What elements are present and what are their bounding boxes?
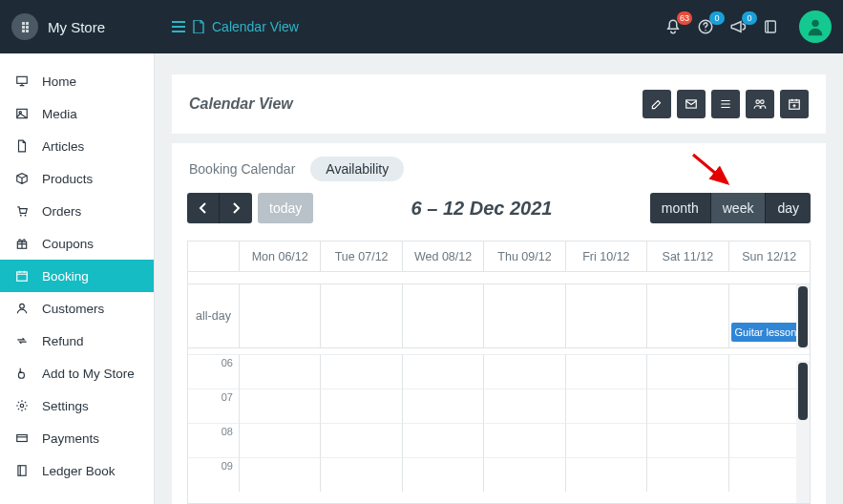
allday-row: all-day Guitar lessons fo <box>188 284 810 348</box>
tab-booking-calendar[interactable]: Booking Calendar <box>187 158 297 180</box>
breadcrumb-label: Calendar View <box>212 19 299 34</box>
group-button[interactable] <box>746 90 774 118</box>
day-header[interactable]: Thu 09/12 <box>484 242 565 271</box>
breadcrumb[interactable]: Calendar View <box>172 19 299 34</box>
time-cell[interactable] <box>566 354 647 388</box>
allday-cell[interactable] <box>566 284 647 347</box>
box-icon <box>15 172 31 185</box>
menu-icon[interactable] <box>172 21 185 32</box>
time-cell[interactable] <box>647 457 728 492</box>
calendar-add-button[interactable] <box>780 90 809 118</box>
allday-scrollbar[interactable] <box>796 284 810 349</box>
sidebar-item-label: Customers <box>42 302 104 316</box>
time-cell[interactable] <box>321 457 402 492</box>
sidebar-item-home[interactable]: Home <box>0 65 154 97</box>
bell-icon[interactable]: 63 <box>664 17 683 36</box>
time-cell[interactable] <box>240 388 321 423</box>
refund-icon <box>15 334 31 347</box>
mail-button[interactable] <box>677 90 706 118</box>
day-header[interactable]: Sat 11/12 <box>647 242 728 271</box>
help-icon[interactable]: 0 <box>696 17 715 36</box>
time-cell[interactable] <box>484 423 565 457</box>
time-cell[interactable] <box>566 457 647 492</box>
monitor-icon <box>15 74 31 88</box>
time-cell[interactable] <box>321 388 402 423</box>
time-column-header <box>188 242 240 271</box>
time-cell[interactable] <box>566 388 647 423</box>
allday-cell[interactable] <box>647 284 728 347</box>
sidebar-item-orders[interactable]: Orders <box>0 195 154 227</box>
allday-cell[interactable] <box>240 284 321 347</box>
svg-point-11 <box>20 404 24 408</box>
compose-button[interactable] <box>643 90 671 118</box>
sidebar-item-settings[interactable]: Settings <box>0 389 154 422</box>
svg-point-15 <box>756 100 760 104</box>
sidebar-item-customers[interactable]: Customers <box>0 292 154 325</box>
calendar-icon <box>15 269 31 283</box>
time-cell[interactable] <box>647 354 728 388</box>
time-cell[interactable] <box>321 423 402 457</box>
time-cell[interactable] <box>566 423 647 457</box>
view-month-button[interactable]: month <box>650 193 711 223</box>
sidebar: HomeMediaArticlesProductsOrdersCouponsBo… <box>0 53 155 504</box>
main: Calendar View B <box>155 53 843 504</box>
time-cell[interactable] <box>484 354 565 388</box>
day-header[interactable]: Sun 12/12 <box>729 242 810 271</box>
allday-cell[interactable] <box>321 284 402 347</box>
file-icon <box>193 20 204 33</box>
brand[interactable]: My Store <box>11 13 155 40</box>
sidebar-item-products[interactable]: Products <box>0 162 154 195</box>
sidebar-item-ledger-book[interactable]: Ledger Book <box>0 454 154 487</box>
day-header[interactable]: Mon 06/12 <box>240 242 321 271</box>
sidebar-item-label: Products <box>42 172 93 186</box>
allday-cell[interactable] <box>484 284 565 347</box>
time-cell[interactable] <box>647 388 728 423</box>
sidebar-item-payments[interactable]: Payments <box>0 422 154 454</box>
time-cell[interactable] <box>403 457 484 492</box>
day-header[interactable]: Wed 08/12 <box>403 242 484 271</box>
time-cell[interactable] <box>403 423 484 457</box>
shell: HomeMediaArticlesProductsOrdersCouponsBo… <box>0 53 843 504</box>
time-cell[interactable] <box>240 457 321 492</box>
image-icon <box>15 107 31 120</box>
sidebar-item-coupons[interactable]: Coupons <box>0 227 154 260</box>
hour-label: 08 <box>188 423 240 457</box>
day-header[interactable]: Tue 07/12 <box>321 242 402 271</box>
topbar-right: 63 0 0 <box>664 10 832 43</box>
time-cell[interactable] <box>321 354 402 388</box>
book-icon[interactable] <box>761 17 780 36</box>
time-cell[interactable] <box>403 354 484 388</box>
view-day-button[interactable]: day <box>766 193 811 223</box>
sidebar-item-add-to-my-store[interactable]: Add to My Store <box>0 357 154 389</box>
today-button[interactable]: today <box>258 193 313 223</box>
sidebar-item-articles[interactable]: Articles <box>0 130 154 162</box>
time-cell[interactable] <box>647 423 728 457</box>
time-cell[interactable] <box>240 423 321 457</box>
nav-buttons <box>187 193 252 223</box>
day-header[interactable]: Fri 10/12 <box>566 242 647 271</box>
view-week-button[interactable]: week <box>711 193 767 223</box>
sidebar-item-label: Booking <box>42 269 89 284</box>
sidebar-item-booking[interactable]: Booking <box>0 260 154 292</box>
calendar-day-header: Mon 06/12Tue 07/12Wed 08/12Thu 09/12Fri … <box>188 242 810 272</box>
sidebar-item-label: Home <box>42 74 76 89</box>
hour-label: 07 <box>188 388 240 423</box>
time-cell[interactable] <box>484 457 565 492</box>
sidebar-item-refund[interactable]: Refund <box>0 325 154 357</box>
svg-rect-9 <box>17 272 28 281</box>
tab-availability[interactable]: Availability <box>310 157 404 181</box>
sidebar-item-media[interactable]: Media <box>0 97 154 130</box>
allday-cell[interactable] <box>403 284 484 347</box>
time-cell[interactable] <box>240 354 321 388</box>
calendar-grid: Mon 06/12Tue 07/12Wed 08/12Thu 09/12Fri … <box>187 241 811 504</box>
sidebar-item-label: Settings <box>42 399 89 413</box>
time-cell[interactable] <box>403 388 484 423</box>
avatar[interactable] <box>799 10 832 43</box>
list-button[interactable] <box>711 90 740 118</box>
prev-button[interactable] <box>187 193 220 223</box>
hour-label: 09 <box>188 457 240 492</box>
megaphone-icon[interactable]: 0 <box>728 17 748 36</box>
next-button[interactable] <box>220 193 252 223</box>
timegrid-scrollbar[interactable] <box>796 361 810 503</box>
time-cell[interactable] <box>484 388 565 423</box>
